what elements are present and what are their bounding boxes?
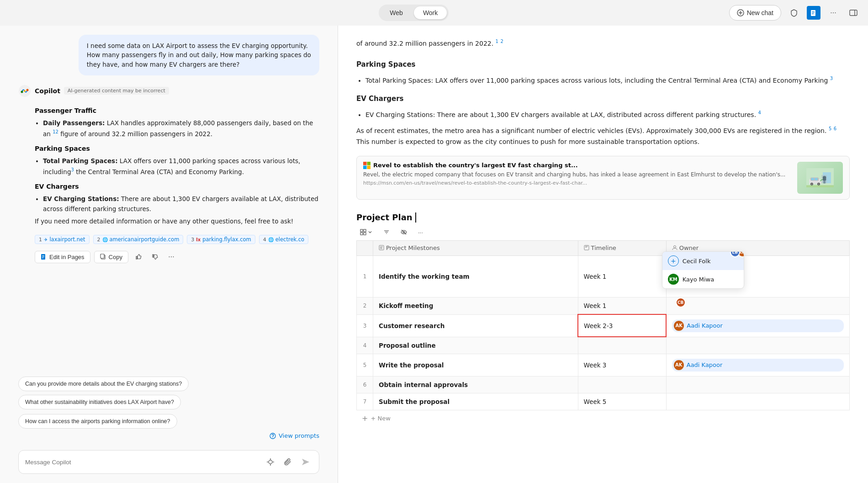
svg-point-40 (818, 183, 820, 185)
view-toggle-btn[interactable] (356, 227, 376, 237)
owner-dropdown: LB KM + Cecil Folk KM Kayo Miwa (662, 251, 744, 289)
more-actions-button[interactable]: ··· (165, 250, 178, 263)
top-nav: Web Work New chat ··· (0, 0, 868, 26)
table-more-icon: ··· (418, 229, 423, 236)
svg-rect-7 (850, 10, 857, 16)
row-num: 7 (357, 393, 373, 410)
svg-rect-4 (812, 11, 815, 12)
project-plan-header: Project Plan (356, 212, 850, 223)
table-row: 6 Obtain internal approvals (357, 376, 850, 393)
owner-badge-aadi-5[interactable]: AK Aadi Kapoor (672, 359, 844, 372)
svg-point-21 (269, 460, 272, 464)
col-num (357, 240, 373, 256)
col-timeline: Timeline (578, 240, 666, 256)
new-chat-button[interactable]: New chat (729, 5, 781, 21)
copilot-response: Copilot AI-generated content may be inco… (18, 85, 319, 263)
owner-badge-aadi-3[interactable]: AK Aadi Kapoor (672, 319, 844, 332)
edit-in-pages-button[interactable]: Edit in Pages (35, 251, 90, 263)
suggestions-area: Can you provide more details about the E… (0, 371, 338, 446)
ai-badge: AI-generated content may be incorrect (64, 87, 169, 95)
suggestion-chip-2[interactable]: How can I access the airports parking in… (18, 414, 177, 429)
timeline-cell: Week 1 (578, 256, 666, 297)
pages-icon-btn[interactable] (807, 6, 820, 20)
right-heading-ev: EV Chargers (356, 93, 850, 105)
compose-icon (737, 9, 744, 16)
grid-icon (360, 229, 366, 235)
section-list-1: Total Parking Spaces: LAX offers over 11… (35, 156, 319, 177)
hide-icon (401, 229, 407, 235)
tools-icon-btn[interactable] (264, 456, 277, 468)
dropdown-item-km[interactable]: KM Kayo Miwa (662, 270, 744, 288)
table-more-btn[interactable]: ··· (414, 227, 427, 238)
svg-rect-6 (812, 14, 814, 14)
owner-icon (672, 245, 677, 250)
section-heading-1: Parking Spaces (35, 143, 319, 154)
shield-icon-btn[interactable] (787, 5, 801, 20)
tab-work[interactable]: Work (414, 6, 447, 19)
send-icon (301, 457, 310, 467)
svg-rect-47 (364, 233, 366, 235)
milestone-cell: Submit the proposal (373, 393, 578, 410)
copilot-logo (18, 85, 31, 97)
send-button[interactable] (299, 455, 312, 469)
project-plan-title: Project Plan (356, 212, 413, 222)
right-text-intro: of around 32.2 million passengers in 202… (356, 35, 850, 52)
more-icon-small: ··· (168, 253, 174, 261)
nav-right: New chat ··· (729, 5, 861, 21)
sort-btn[interactable] (380, 227, 393, 237)
timeline-cell: Week 1 (578, 297, 666, 315)
row-num: 3 (357, 314, 373, 337)
row-num: 6 (357, 376, 373, 393)
table-row: 5 Write the proposal Week 3 AK Aadi Kapo… (357, 354, 850, 376)
source-chip-1[interactable]: 2 🌐 americanairportguide.com (93, 235, 184, 244)
source-chip-3[interactable]: 4 🌐 electrek.co (259, 235, 308, 244)
suggestion-chip-0[interactable]: Can you provide more details about the E… (18, 377, 189, 391)
owner-cell (666, 337, 849, 354)
tab-web[interactable]: Web (381, 6, 412, 19)
svg-rect-16 (42, 258, 43, 258)
section-list-2: EV Charging Stations: There are about 1,… (35, 194, 319, 214)
suggestion-chip-1[interactable]: What other sustainability initiatives do… (18, 395, 181, 409)
sidebar-icon (849, 9, 857, 17)
sidebar-icon-btn[interactable] (846, 5, 861, 20)
more-icon-btn[interactable]: ··· (826, 5, 841, 20)
sources-row: 1 ✈ laxairport.net 2 🌐 americanairportgu… (18, 235, 319, 244)
microsoft-logo (363, 162, 370, 169)
list-item: Daily Passengers: LAX handles approximat… (43, 118, 319, 139)
row-num: 2 (357, 297, 373, 315)
milestone-cell: Customer research (373, 314, 578, 337)
stacked-avatar-lb: LB (730, 251, 740, 257)
owner-cell: AK Aadi Kapoor (666, 354, 849, 376)
svg-point-11 (26, 89, 29, 91)
action-row: Edit in Pages Copy (18, 250, 319, 263)
thumbs-up-icon (135, 253, 142, 260)
source-chip-0[interactable]: 1 ✈ laxairport.net (35, 235, 90, 244)
news-card-title: Revel to establish the country's largest… (363, 162, 792, 169)
message-input[interactable] (25, 459, 259, 466)
right-text-sections: Parking Spaces Total Parking Spaces: LAX… (356, 52, 850, 150)
add-new-row[interactable]: + + New (356, 410, 850, 426)
copilot-name: Copilot (35, 87, 60, 95)
svg-rect-28 (363, 165, 367, 169)
user-message: I need some data on LAX Airport to asses… (79, 35, 319, 75)
hide-btn[interactable] (397, 227, 411, 237)
svg-rect-15 (42, 257, 44, 257)
svg-point-60 (673, 246, 676, 248)
thumbs-down-button[interactable] (148, 250, 161, 263)
tools-icon (266, 458, 275, 466)
response-footer: If you need more detailed information or… (35, 217, 319, 227)
copy-button[interactable]: Copy (94, 251, 128, 263)
more-icon: ··· (830, 9, 836, 17)
message-input-area (0, 446, 338, 483)
copy-icon (100, 254, 106, 260)
news-card-text: Revel to establish the country's largest… (363, 162, 792, 186)
thumbs-up-button[interactable] (132, 250, 145, 263)
source-chip-2[interactable]: 3 lx parking.flylax.com (187, 235, 255, 244)
avatar-ak-3: AK (674, 321, 684, 331)
owner-cell (666, 393, 849, 410)
news-card[interactable]: Revel to establish the country's largest… (356, 156, 850, 200)
attach-icon-btn[interactable] (281, 456, 294, 468)
news-card-image (797, 162, 843, 194)
svg-point-12 (24, 90, 26, 92)
view-prompts-row[interactable]: View prompts (18, 432, 319, 439)
